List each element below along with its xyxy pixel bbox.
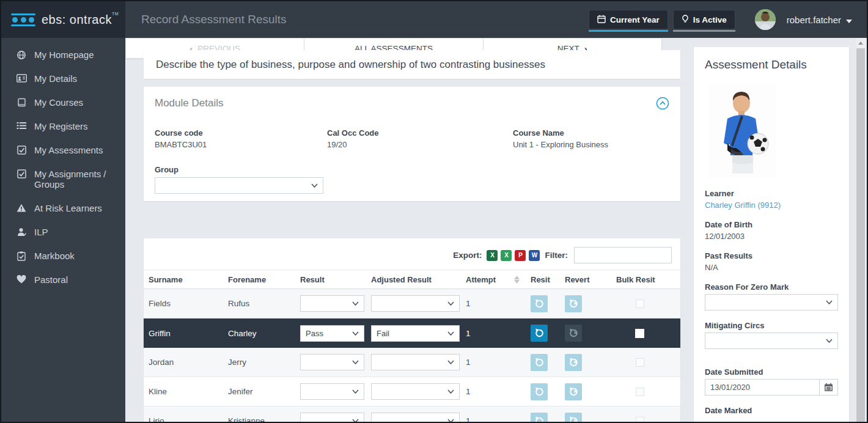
bulk-resit-checkbox[interactable] [635, 329, 644, 338]
column-header-adjusted-result[interactable]: Adjusted Result [366, 275, 461, 284]
group-label: Group [155, 165, 669, 174]
record-assessment-results-page: ebs: ontrackTM Record Assessment Results… [0, 0, 868, 423]
group-select[interactable] [155, 177, 323, 194]
table-row[interactable]: Fields Rufus 1 [144, 289, 680, 318]
sidebar-item-markbook[interactable]: Markbook [1, 244, 125, 268]
app-logo[interactable]: ebs: ontrackTM [1, 1, 125, 38]
module-details-card: Module Details Course code BMABTC3U01 Ca… [144, 87, 680, 201]
column-header-resit[interactable]: Resit [526, 275, 560, 284]
word-icon[interactable]: W [529, 250, 540, 261]
course-name-field: Course Name Unit 1 - Exploring Business [513, 128, 669, 149]
column-header-bulk-resit[interactable]: Bulk Resit [599, 275, 680, 284]
bulk-resit-checkbox[interactable] [636, 358, 644, 367]
table-row[interactable]: Lirio Kristianne 1 [144, 406, 680, 422]
sidebar-item-my-assessments[interactable]: My Assessments [1, 138, 125, 162]
assessment-details-title: Assessment Details [705, 58, 838, 72]
chevron-down-icon [352, 331, 359, 336]
column-header-surname[interactable]: Surname [144, 275, 223, 284]
person-icon [16, 227, 27, 237]
column-header-revert[interactable]: Revert [560, 275, 599, 284]
sidebar-nav: My Homepage My Details My Courses My Reg… [1, 38, 125, 422]
adjusted-result-select[interactable] [371, 295, 460, 312]
cell-attempt: 1 [461, 387, 507, 396]
user-avatar[interactable] [755, 9, 776, 30]
column-header-result[interactable]: Result [295, 275, 366, 284]
table-header-row: Surname Forename Result Adjusted Result … [144, 270, 680, 289]
scrollbar-thumb[interactable] [856, 48, 865, 422]
resit-button[interactable] [531, 354, 548, 371]
column-header-forename[interactable]: Forename [223, 275, 295, 284]
sidebar-item-my-assignments-groups[interactable]: My Assignments / Groups [1, 162, 125, 196]
mitigating-circs-field: Mitigating Circs [705, 321, 838, 349]
sidebar-item-ilp[interactable]: ILP [1, 220, 125, 244]
cal-occ-code-field: Cal Occ Code 19/20 [327, 128, 513, 149]
result-select[interactable] [300, 354, 364, 370]
result-select[interactable] [300, 413, 364, 422]
caret-down-icon [846, 15, 852, 25]
sort-icon[interactable] [507, 276, 526, 284]
resit-button[interactable] [531, 295, 548, 312]
learner-link[interactable]: Charley Griffin (9912) [705, 200, 838, 210]
sidebar-item-my-homepage[interactable]: My Homepage [1, 43, 125, 67]
chevron-up-circle-icon[interactable] [656, 97, 669, 110]
excel-export-icon[interactable]: X [501, 250, 512, 261]
revert-button[interactable] [565, 354, 582, 371]
result-select[interactable]: Pass [300, 325, 364, 342]
adjusted-result-select[interactable] [371, 383, 460, 400]
check-square-icon [16, 145, 27, 155]
revert-button[interactable] [565, 325, 582, 342]
is-active-button[interactable]: Is Active [673, 10, 735, 29]
resit-button[interactable] [531, 413, 548, 422]
header-actions: Current Year Is Active robert.fatcher [589, 9, 867, 30]
scroll-up-arrow-icon[interactable] [856, 38, 866, 48]
cell-surname: Griffin [144, 329, 223, 338]
adjusted-result-select[interactable]: Fail [371, 325, 460, 342]
learner-photo [709, 85, 776, 178]
filter-input[interactable] [574, 247, 672, 263]
revert-button[interactable] [565, 295, 582, 312]
sidebar-item-my-details[interactable]: My Details [1, 67, 125, 90]
adjusted-result-select[interactable] [371, 413, 460, 422]
sidebar-item-at-risk-learners[interactable]: At Risk Learners [1, 196, 125, 220]
reason-for-zero-mark-field: Reason For Zero Mark [705, 282, 838, 311]
revert-button[interactable] [565, 383, 582, 400]
table-row[interactable]: Kline Jenifer 1 [144, 377, 680, 406]
cell-attempt: 1 [461, 416, 507, 422]
bulk-resit-checkbox[interactable] [636, 388, 644, 396]
calendar-picker-icon[interactable] [819, 380, 837, 395]
current-year-button[interactable]: Current Year [589, 10, 668, 29]
list-icon [16, 122, 27, 130]
bulk-resit-checkbox[interactable] [636, 417, 644, 422]
column-header-attempt[interactable]: Attempt [461, 275, 507, 284]
sidebar-item-my-registers[interactable]: My Registers [1, 114, 125, 138]
vertical-scrollbar[interactable] [856, 38, 866, 422]
resit-button[interactable] [531, 383, 548, 400]
date-submitted-input[interactable] [705, 380, 819, 395]
results-table-card: Export: X X P W Filter: Surname Forename… [144, 238, 680, 422]
result-select[interactable] [300, 295, 364, 312]
table-row-selected[interactable]: Griffin Charley Pass Fail 1 [144, 318, 680, 348]
assessment-details-panel: Assessment Details Learner Charley Griff… [694, 47, 849, 422]
user-menu[interactable]: robert.fatcher [787, 15, 852, 25]
filter-label: Filter: [545, 251, 568, 260]
cell-attempt: 1 [461, 358, 507, 367]
cell-forename: Jenifer [223, 387, 295, 396]
bulk-resit-checkbox[interactable] [636, 300, 644, 308]
sidebar-item-my-courses[interactable]: My Courses [1, 90, 125, 114]
assessment-title: Describe the type of business, purpose a… [156, 59, 545, 71]
adjusted-result-select[interactable] [371, 354, 460, 370]
table-row[interactable]: Jordan Jerry 1 [144, 348, 680, 377]
assessment-title-card: Describe the type of business, purpose a… [144, 50, 680, 79]
cell-surname: Fields [144, 299, 223, 308]
reason-for-zero-mark-select[interactable] [705, 294, 838, 311]
table-toolbar: Export: X X P W Filter: [144, 245, 680, 270]
resit-button[interactable] [531, 325, 548, 342]
date-marked-field: Date Marked [705, 406, 838, 415]
excel-grid-icon[interactable]: X [487, 250, 498, 261]
mitigating-circs-select[interactable] [705, 333, 838, 349]
chevron-down-icon [447, 331, 454, 336]
pdf-icon[interactable]: P [515, 250, 526, 261]
sidebar-item-pastoral[interactable]: Pastoral [1, 268, 125, 292]
result-select[interactable] [300, 383, 364, 400]
revert-button[interactable] [565, 413, 582, 422]
